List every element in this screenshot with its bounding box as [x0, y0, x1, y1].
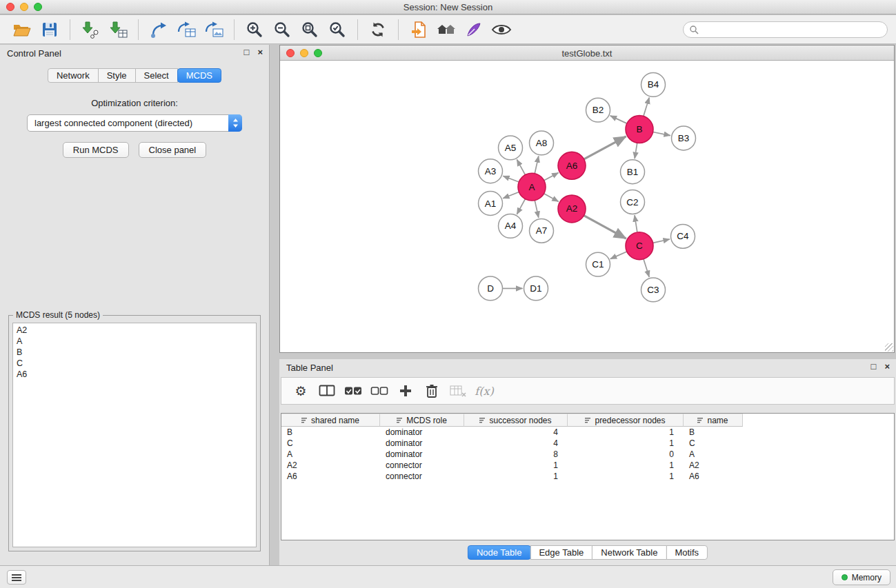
graph-edge-A-A1[interactable] [503, 192, 519, 199]
table-cell[interactable]: 1 [464, 471, 568, 482]
column-header-mcds-role[interactable]: MCDS role [380, 414, 464, 427]
table-cell[interactable]: A2 [684, 460, 743, 471]
graph-edge-C-C2[interactable] [635, 215, 637, 232]
table-cell[interactable]: A [684, 449, 743, 460]
table-row[interactable]: Cdominator41C [281, 438, 743, 449]
table-cell[interactable]: 1 [568, 438, 684, 449]
show-panels-button[interactable] [7, 570, 26, 585]
network-from-table-button[interactable] [172, 18, 200, 41]
table-cell[interactable]: dominator [380, 438, 464, 449]
table-settings-button[interactable]: ⚙ [290, 380, 312, 402]
float-table-panel-icon[interactable]: □ [871, 362, 877, 372]
graph-node-A3[interactable]: A3 [479, 159, 503, 183]
table-row[interactable]: Bdominator41B [281, 427, 743, 438]
graph-edge-A-A8[interactable] [535, 156, 539, 173]
table-cell[interactable]: 0 [568, 449, 684, 460]
table-cell[interactable]: B [684, 427, 743, 438]
zoom-fit-button[interactable] [296, 18, 323, 41]
table-cell[interactable]: dominator [380, 427, 464, 438]
table-cell[interactable]: 1 [568, 427, 684, 438]
graph-node-D1[interactable]: D1 [524, 276, 548, 301]
table-cell[interactable]: connector [380, 460, 464, 471]
graph-edge-B-B4[interactable] [644, 97, 649, 116]
table-cell[interactable]: C [281, 438, 380, 449]
search-input[interactable] [702, 25, 882, 34]
result-item[interactable]: C [17, 358, 252, 369]
table-cell[interactable]: C [684, 438, 743, 449]
result-item[interactable]: A [17, 336, 252, 347]
table-cell[interactable]: 1 [568, 460, 684, 471]
table-cell[interactable]: 4 [464, 438, 568, 449]
table-cell[interactable]: A6 [281, 471, 380, 482]
import-network-button[interactable] [77, 18, 104, 41]
dropdown-stepper-icon[interactable] [228, 114, 242, 132]
column-header-shared-name[interactable]: shared name [281, 414, 380, 427]
annotation-button[interactable] [460, 18, 488, 41]
network-graph[interactable]: A5A8A3A1A4A7AA6A2B2B4BB3B1C2C4CC1C3DD1 [280, 61, 894, 352]
delete-table-button[interactable] [447, 380, 469, 402]
table-cell[interactable]: A6 [684, 471, 743, 482]
table-cell[interactable]: A2 [281, 460, 380, 471]
result-item[interactable]: B [17, 347, 252, 358]
close-table-panel-icon[interactable]: × [884, 362, 890, 372]
graph-node-A2[interactable]: A2 [558, 195, 586, 223]
table-cell[interactable]: connector [380, 471, 464, 482]
result-item[interactable]: A2 [17, 325, 252, 336]
tab-style[interactable]: Style [98, 68, 136, 83]
close-panel-icon[interactable]: × [257, 48, 263, 57]
graph-node-A4[interactable]: A4 [499, 214, 523, 238]
graph-node-C2[interactable]: C2 [621, 190, 645, 214]
graph-edge-A-A4[interactable] [517, 199, 525, 214]
zoom-out-button[interactable] [268, 18, 296, 41]
graph-node-A7[interactable]: A7 [530, 219, 554, 243]
graph-node-B4[interactable]: B4 [641, 72, 666, 97]
graph-node-A5[interactable]: A5 [499, 136, 523, 160]
export-image-button[interactable] [200, 18, 228, 41]
graph-node-B2[interactable]: B2 [586, 98, 610, 122]
tab-select[interactable]: Select [135, 68, 178, 83]
graph-node-D[interactable]: D [479, 276, 503, 301]
add-column-button[interactable] [395, 380, 417, 402]
graph-edge-A-A3[interactable] [503, 176, 519, 182]
memory-button[interactable]: Memory [833, 569, 890, 585]
table-cell[interactable]: B [281, 427, 380, 438]
search-box[interactable] [683, 21, 888, 38]
table-cell[interactable]: 1 [464, 460, 568, 471]
graph-edge-C-C1[interactable] [610, 252, 627, 259]
save-session-button[interactable] [36, 18, 63, 41]
tab-node-table[interactable]: Node Table [468, 545, 531, 560]
graph-edge-A6-B[interactable] [584, 136, 626, 159]
graph-node-B[interactable]: B [626, 116, 653, 143]
delete-column-button[interactable] [421, 380, 443, 402]
graph-edge-C-C3[interactable] [644, 259, 649, 277]
table-cell[interactable]: 1 [568, 471, 684, 482]
graph-node-A[interactable]: A [518, 173, 546, 201]
deselect-all-button[interactable] [368, 380, 390, 402]
float-panel-icon[interactable]: □ [244, 48, 250, 57]
apply-layout-button[interactable] [364, 18, 392, 41]
function-builder-button[interactable]: f(x) [473, 380, 495, 402]
graph-edge-B-B2[interactable] [610, 116, 627, 123]
import-table-button[interactable] [104, 18, 132, 41]
tab-edge-table[interactable]: Edge Table [530, 545, 593, 560]
graph-node-A8[interactable]: A8 [530, 131, 554, 155]
zoom-selected-button[interactable] [323, 18, 351, 41]
home-views-button[interactable] [432, 18, 460, 41]
table-row[interactable]: A2connector11A2 [281, 460, 743, 471]
column-header-successor-nodes[interactable]: successor nodes [464, 414, 568, 427]
new-network-button[interactable] [145, 18, 172, 41]
graph-node-C1[interactable]: C1 [586, 252, 610, 276]
close-panel-button[interactable]: Close panel [139, 142, 207, 158]
show-columns-button[interactable] [316, 380, 338, 402]
graph-edge-A-A6[interactable] [544, 173, 559, 181]
graph-edge-A-A7[interactable] [535, 201, 539, 218]
graph-node-C[interactable]: C [626, 232, 653, 260]
resize-grip[interactable] [885, 343, 893, 352]
open-session-button[interactable] [8, 18, 36, 41]
network-canvas[interactable]: A5A8A3A1A4A7AA6A2B2B4BB3B1C2C4CC1C3DD1 [280, 61, 894, 352]
graph-edge-A2-C[interactable] [584, 216, 626, 239]
zoom-in-button[interactable] [241, 18, 268, 41]
graph-edge-A-A5[interactable] [517, 159, 525, 174]
select-all-button[interactable] [342, 380, 364, 402]
graph-node-A1[interactable]: A1 [479, 192, 503, 216]
